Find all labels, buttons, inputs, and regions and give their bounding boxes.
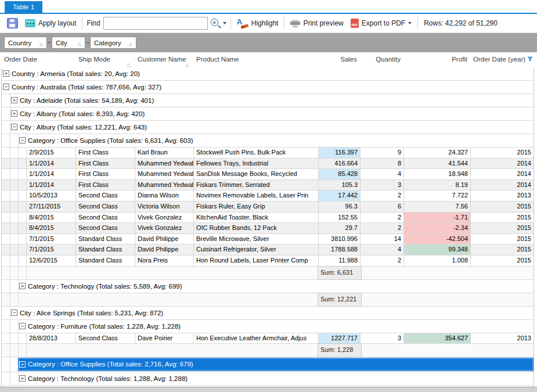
expand-icon[interactable]: +: [19, 283, 26, 289]
cell-order-date[interactable]: 1/1/2014: [26, 159, 76, 169]
cell-quantity[interactable]: 9: [361, 148, 404, 158]
cell-product-name[interactable]: Fiskars Trimmer, Serrated: [194, 180, 319, 190]
cell-quantity[interactable]: 4: [361, 169, 404, 179]
cell-order-year[interactable]: 2015: [471, 213, 534, 223]
cell-sales[interactable]: 29.7: [319, 223, 361, 233]
cell-product-name[interactable]: Breville Microwave, Silver: [194, 234, 319, 244]
cell-sales[interactable]: 96.3: [319, 202, 361, 212]
cell-ship-mode[interactable]: First Class: [76, 159, 135, 169]
filter-icon[interactable]: [527, 56, 533, 62]
cell-ship-mode[interactable]: Second Class: [76, 213, 135, 223]
collapse-icon[interactable]: −: [11, 310, 17, 316]
cell-profit[interactable]: 99.348: [404, 244, 471, 255]
expand-icon[interactable]: +: [3, 70, 9, 77]
expand-icon[interactable]: +: [19, 361, 26, 368]
cell-order-date[interactable]: 2/9/2015: [26, 148, 76, 158]
apply-layout-button[interactable]: Apply layout: [21, 17, 80, 29]
cell-sales[interactable]: 416.664: [319, 159, 361, 169]
cell-order-year[interactable]: 2015: [471, 223, 534, 233]
collapse-icon[interactable]: −: [19, 323, 26, 329]
cell-product-name[interactable]: Fiskars Ruler, Easy Grip: [194, 202, 319, 212]
column-header-sales[interactable]: Sales: [318, 52, 360, 67]
cell-customer-name[interactable]: Nora Preis: [135, 256, 194, 266]
cell-product-name[interactable]: KitchenAid Toaster, Black: [194, 213, 319, 223]
cell-product-name[interactable]: Cuisinart Refrigerator, Silver: [194, 244, 319, 255]
group-row[interactable]: +City : Adelaide (Total sales: 54,189, A…: [2, 94, 534, 107]
group-field-country[interactable]: Country: [4, 37, 47, 49]
cell-order-date[interactable]: 1/1/2014: [26, 169, 76, 179]
find-input[interactable]: [103, 17, 208, 30]
cell-profit[interactable]: 24.327: [404, 148, 471, 158]
cell-order-date[interactable]: 1/1/2014: [26, 180, 76, 190]
expand-icon[interactable]: +: [19, 375, 26, 382]
cell-ship-mode[interactable]: First Class: [76, 169, 135, 179]
save-button[interactable]: [3, 16, 21, 30]
cell-sales[interactable]: 11.988: [319, 256, 361, 266]
cell-order-date[interactable]: 27/11/2015: [26, 202, 76, 212]
cell-customer-name[interactable]: Muhammed Yedwab: [135, 159, 194, 169]
group-row[interactable]: −Category : Furniture (Total sales: 1,22…: [2, 320, 534, 333]
data-row[interactable]: 10/5/2013Second ClassDianna WilsonNovime…: [2, 190, 534, 202]
data-row[interactable]: 27/11/2015Second ClassVictoria WilsonFis…: [2, 202, 534, 213]
collapse-icon[interactable]: −: [11, 124, 17, 130]
cell-order-date[interactable]: 10/5/2013: [26, 190, 76, 201]
cell-product-name[interactable]: Hon Executive Leather Armchair, Adjus: [194, 333, 319, 344]
collapse-icon[interactable]: −: [19, 137, 26, 143]
cell-order-date[interactable]: 8/4/2015: [26, 223, 76, 233]
cell-order-date[interactable]: 7/1/2015: [26, 244, 76, 255]
cell-customer-name[interactable]: Dianna Wilson: [135, 190, 194, 201]
cell-profit[interactable]: -2.34: [404, 223, 471, 233]
group-row[interactable]: +Category : Technology (Total sales: 1,2…: [2, 372, 534, 386]
cell-customer-name[interactable]: Dave Poirier: [135, 333, 194, 344]
cell-order-year[interactable]: 2013: [471, 333, 534, 344]
cell-customer-name[interactable]: Muhammed Yedwab: [135, 180, 194, 190]
cell-customer-name[interactable]: Karl Braun: [135, 148, 194, 158]
group-field-category[interactable]: Category: [90, 37, 136, 49]
cell-sales[interactable]: 152.55: [319, 213, 361, 223]
tab-table-1[interactable]: Table 1: [5, 1, 42, 13]
highlight-button[interactable]: Highlight: [233, 17, 282, 30]
cell-quantity[interactable]: 6: [361, 202, 404, 212]
cell-product-name[interactable]: Fellowes Trays, Industrial: [194, 159, 319, 169]
cell-product-name[interactable]: SanDisk Message Books, Recycled: [194, 169, 319, 179]
cell-sales[interactable]: 3810.996: [319, 234, 361, 244]
print-preview-button[interactable]: Print preview: [287, 17, 347, 29]
cell-ship-mode[interactable]: First Class: [76, 180, 135, 190]
group-row[interactable]: +City : Albany (Total sales: 8,393, Avg:…: [2, 107, 534, 121]
cell-quantity[interactable]: 8: [361, 159, 404, 169]
cell-customer-name[interactable]: Vivek Gonzalez: [135, 223, 194, 233]
cell-quantity[interactable]: 2: [361, 190, 404, 201]
cell-order-year[interactable]: 2015: [471, 244, 534, 255]
data-row[interactable]: 8/4/2015Second ClassVivek GonzalezKitche…: [2, 213, 534, 224]
column-header-quantity[interactable]: Quantity: [360, 52, 403, 67]
cell-sales[interactable]: 116.397: [319, 148, 361, 158]
cell-customer-name[interactable]: Muhammed Yedwab: [135, 169, 194, 179]
cell-order-year[interactable]: 2013: [471, 190, 534, 201]
data-row[interactable]: 2/9/2015First ClassKarl BraunStockwell P…: [2, 148, 534, 159]
cell-profit[interactable]: 7.722: [404, 190, 471, 201]
data-row[interactable]: 1/1/2014First ClassMuhammed YedwabFiskar…: [2, 180, 534, 191]
data-row[interactable]: 7/1/2015Standard ClassDavid PhilippeCuis…: [2, 244, 534, 256]
cell-order-year[interactable]: 2014: [471, 169, 534, 179]
cell-ship-mode[interactable]: First Class: [76, 148, 135, 158]
cell-customer-name[interactable]: David Philippe: [135, 234, 194, 244]
cell-sales[interactable]: 85.428: [319, 169, 361, 179]
cell-quantity[interactable]: 2: [361, 223, 404, 233]
cell-quantity[interactable]: 3: [361, 333, 404, 344]
cell-ship-mode[interactable]: Second Class: [76, 223, 135, 233]
column-header-order-date[interactable]: Order Date: [1, 52, 75, 67]
find-options-button[interactable]: [209, 17, 228, 30]
cell-order-year[interactable]: 2015: [471, 256, 534, 266]
export-pdf-button[interactable]: Export to PDF: [347, 17, 415, 30]
cell-order-date[interactable]: 8/4/2015: [26, 213, 76, 223]
cell-profit[interactable]: 8.19: [404, 180, 471, 190]
group-row[interactable]: +Country : Armenia (Total sales: 20, Avg…: [2, 67, 534, 81]
expand-icon[interactable]: +: [11, 110, 17, 117]
cell-ship-mode[interactable]: Second Class: [76, 333, 135, 344]
cell-product-name[interactable]: Stockwell Push Pins, Bulk Pack: [194, 148, 319, 158]
data-row[interactable]: 28/8/2013Second ClassDave PoirierHon Exe…: [2, 333, 534, 344]
expand-icon[interactable]: +: [11, 97, 17, 103]
cell-profit[interactable]: 354.627: [404, 333, 471, 344]
cell-product-name[interactable]: OIC Rubber Bands, 12 Pack: [194, 223, 319, 233]
column-header-profit[interactable]: Profit: [403, 52, 470, 67]
